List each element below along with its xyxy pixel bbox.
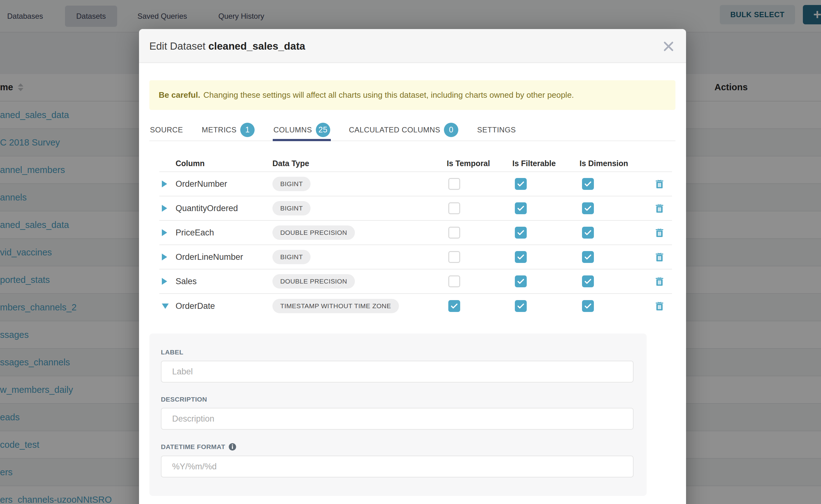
data-type-pill: BIGINT — [272, 201, 310, 215]
header-data-type: Data Type — [272, 159, 447, 168]
expand-caret-icon[interactable] — [162, 254, 167, 260]
columns-table: Column Data Type Is Temporal Is Filterab… — [159, 155, 672, 318]
close-icon[interactable] — [660, 38, 677, 55]
table-row: QuantityOrdered BIGINT — [159, 196, 672, 221]
is-temporal-checkbox[interactable] — [448, 275, 460, 287]
data-type-pill: TIMESTAMP WITHOUT TIME ZONE — [272, 299, 399, 313]
delete-column-icon[interactable] — [655, 252, 664, 262]
modal-tabs: SOURCE METRICS1 COLUMNS25 CALCULATED COL… — [149, 119, 675, 141]
header-column: Column — [176, 159, 272, 168]
expand-caret-icon[interactable] — [162, 229, 167, 236]
screen: Databases Datasets Saved Queries Query H… — [0, 0, 821, 504]
datetime-format-field-label: DATETIME FORMAT — [161, 443, 635, 451]
delete-column-icon[interactable] — [655, 203, 664, 213]
edit-dataset-modal: Edit Dataset cleaned_sales_data Be caref… — [139, 29, 686, 504]
collapse-caret-icon[interactable] — [162, 304, 169, 309]
is-filterable-checkbox[interactable] — [515, 178, 527, 190]
is-filterable-checkbox[interactable] — [515, 227, 527, 239]
is-filterable-checkbox[interactable] — [515, 202, 527, 214]
column-name: PriceEach — [176, 228, 272, 238]
column-name: OrderNumber — [176, 179, 272, 189]
is-filterable-checkbox[interactable] — [515, 251, 527, 263]
warning-bold: Be careful. — [159, 90, 200, 100]
table-row: Sales DOUBLE PRECISION — [159, 269, 672, 294]
expand-caret-icon[interactable] — [162, 180, 167, 187]
is-dimension-checkbox[interactable] — [582, 275, 594, 287]
columns-table-body: OrderNumber BIGINT QuantityOrdered BIGIN… — [159, 171, 672, 318]
data-type-pill: DOUBLE PRECISION — [272, 225, 355, 240]
is-temporal-checkbox[interactable] — [448, 202, 460, 214]
is-filterable-checkbox[interactable] — [515, 300, 527, 312]
tab-label: SOURCE — [150, 126, 183, 134]
columns-table-header: Column Data Type Is Temporal Is Filterab… — [159, 155, 672, 171]
tab-metrics[interactable]: METRICS1 — [201, 119, 255, 141]
header-is-dimension: Is Dimension — [580, 159, 647, 168]
tab-badge: 1 — [240, 123, 255, 137]
is-filterable-checkbox[interactable] — [515, 275, 527, 287]
is-temporal-checkbox[interactable] — [448, 251, 460, 263]
is-dimension-checkbox[interactable] — [582, 300, 594, 312]
delete-column-icon[interactable] — [655, 228, 664, 238]
data-type-pill: BIGINT — [272, 177, 310, 191]
table-row: OrderDate TIMESTAMP WITHOUT TIME ZONE — [159, 294, 672, 318]
tab-badge: 0 — [444, 123, 458, 137]
expand-caret-icon[interactable] — [162, 278, 167, 285]
is-dimension-checkbox[interactable] — [582, 178, 594, 190]
header-is-temporal: Is Temporal — [447, 159, 512, 168]
data-type-pill: DOUBLE PRECISION — [272, 274, 355, 289]
warning-text: Changing these settings will affect all … — [203, 90, 574, 100]
data-type-pill: BIGINT — [272, 250, 310, 264]
warning-banner: Be careful. Changing these settings will… — [149, 80, 675, 110]
is-temporal-checkbox[interactable] — [448, 227, 460, 239]
description-field-label: DESCRIPTION — [161, 396, 635, 403]
modal-title: Edit Dataset cleaned_sales_data — [149, 40, 305, 52]
info-icon[interactable] — [228, 443, 236, 451]
table-row: PriceEach DOUBLE PRECISION — [159, 221, 672, 245]
delete-column-icon[interactable] — [655, 301, 664, 311]
description-input[interactable] — [161, 408, 634, 430]
modal-header: Edit Dataset cleaned_sales_data — [139, 29, 686, 63]
header-is-filterable: Is Filterable — [512, 159, 580, 168]
column-name: Sales — [176, 277, 272, 286]
delete-column-icon[interactable] — [655, 179, 664, 189]
tab-columns[interactable]: COLUMNS25 — [273, 119, 331, 141]
column-detail-panel: LABEL DESCRIPTION DATETIME FORMAT — [149, 334, 647, 496]
is-temporal-checkbox[interactable] — [448, 300, 460, 312]
tab-badge: 25 — [316, 123, 330, 137]
tab-settings[interactable]: SETTINGS — [477, 119, 517, 141]
column-name: QuantityOrdered — [176, 204, 272, 213]
label-field-label: LABEL — [161, 348, 635, 356]
expand-caret-icon[interactable] — [162, 205, 167, 212]
is-dimension-checkbox[interactable] — [582, 202, 594, 214]
tab-label: SETTINGS — [477, 126, 516, 134]
table-row: OrderLineNumber BIGINT — [159, 245, 672, 269]
datetime-format-input[interactable] — [161, 456, 634, 477]
column-name: OrderLineNumber — [176, 252, 272, 262]
tab-label: METRICS — [202, 126, 237, 134]
delete-column-icon[interactable] — [655, 276, 664, 286]
modal-title-prefix: Edit Dataset — [149, 40, 205, 52]
tab-label: CALCULATED COLUMNS — [349, 126, 441, 134]
tab-calculated-columns[interactable]: CALCULATED COLUMNS0 — [348, 119, 459, 141]
modal-title-dataset-name: cleaned_sales_data — [208, 40, 305, 52]
tab-source[interactable]: SOURCE — [149, 119, 184, 141]
column-name: OrderDate — [176, 301, 272, 311]
is-temporal-checkbox[interactable] — [448, 178, 460, 190]
table-row: OrderNumber BIGINT — [159, 172, 672, 196]
is-dimension-checkbox[interactable] — [582, 251, 594, 263]
is-dimension-checkbox[interactable] — [582, 227, 594, 239]
label-input[interactable] — [161, 361, 634, 383]
tab-label: COLUMNS — [273, 126, 312, 134]
